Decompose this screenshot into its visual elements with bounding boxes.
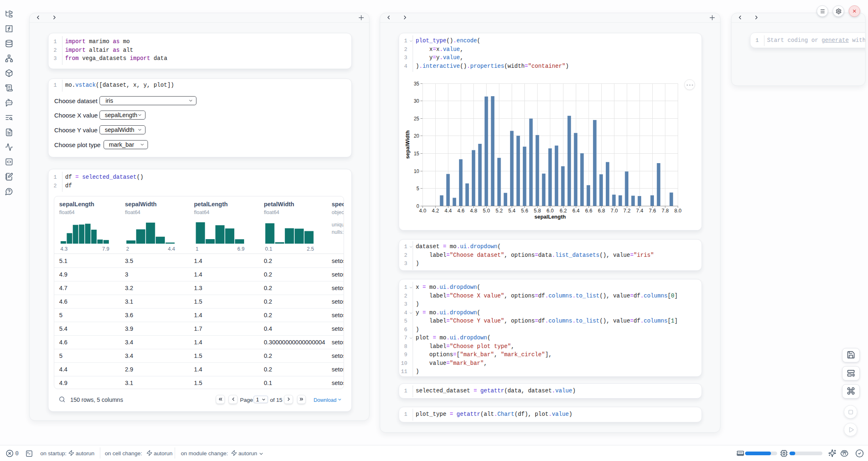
- svg-text:6.8: 6.8: [598, 208, 605, 214]
- svg-text:5.4: 5.4: [508, 208, 515, 214]
- svg-text:30: 30: [414, 98, 420, 104]
- svg-text:20: 20: [414, 133, 420, 139]
- svg-text:7.6: 7.6: [649, 208, 656, 214]
- svg-text:4.4: 4.4: [445, 208, 452, 214]
- svg-text:7.4: 7.4: [636, 208, 643, 214]
- svg-text:6.2: 6.2: [560, 208, 567, 214]
- svg-text:5.8: 5.8: [534, 208, 541, 214]
- svg-text:5.0: 5.0: [483, 208, 490, 214]
- svg-text:sepalWidth: sepalWidth: [404, 130, 411, 159]
- svg-text:4.6: 4.6: [457, 208, 464, 214]
- svg-text:15: 15: [414, 151, 420, 157]
- svg-text:5.6: 5.6: [521, 208, 528, 214]
- svg-text:4.8: 4.8: [470, 208, 477, 214]
- svg-text:25: 25: [414, 116, 420, 122]
- svg-text:7.2: 7.2: [623, 208, 630, 214]
- svg-text:5.2: 5.2: [496, 208, 503, 214]
- svg-text:7.0: 7.0: [611, 208, 618, 214]
- svg-text:7.8: 7.8: [662, 208, 669, 214]
- svg-text:10: 10: [414, 168, 420, 174]
- svg-text:6.4: 6.4: [573, 208, 579, 214]
- svg-text:0: 0: [416, 203, 419, 209]
- svg-text:sepalLength: sepalLength: [534, 214, 566, 220]
- svg-text:5: 5: [416, 186, 419, 191]
- svg-text:4.0: 4.0: [419, 208, 426, 214]
- svg-text:6.6: 6.6: [585, 208, 592, 214]
- svg-text:6.0: 6.0: [547, 208, 554, 214]
- svg-text:35: 35: [414, 81, 420, 87]
- svg-text:4.2: 4.2: [432, 208, 439, 214]
- svg-text:8.0: 8.0: [674, 208, 681, 214]
